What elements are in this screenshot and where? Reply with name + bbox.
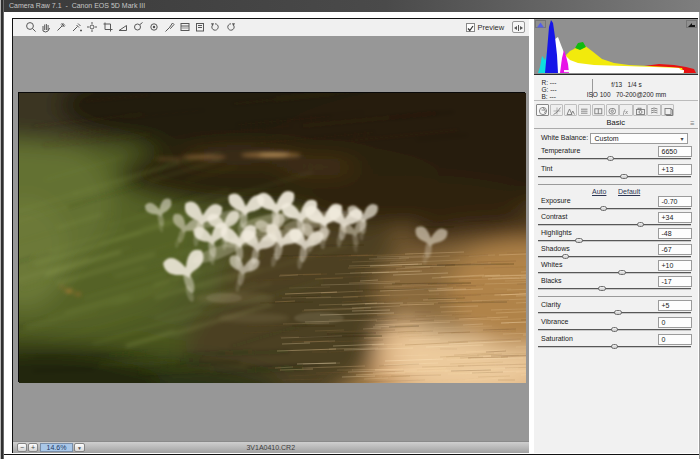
svg-text:fx: fx bbox=[623, 108, 629, 116]
